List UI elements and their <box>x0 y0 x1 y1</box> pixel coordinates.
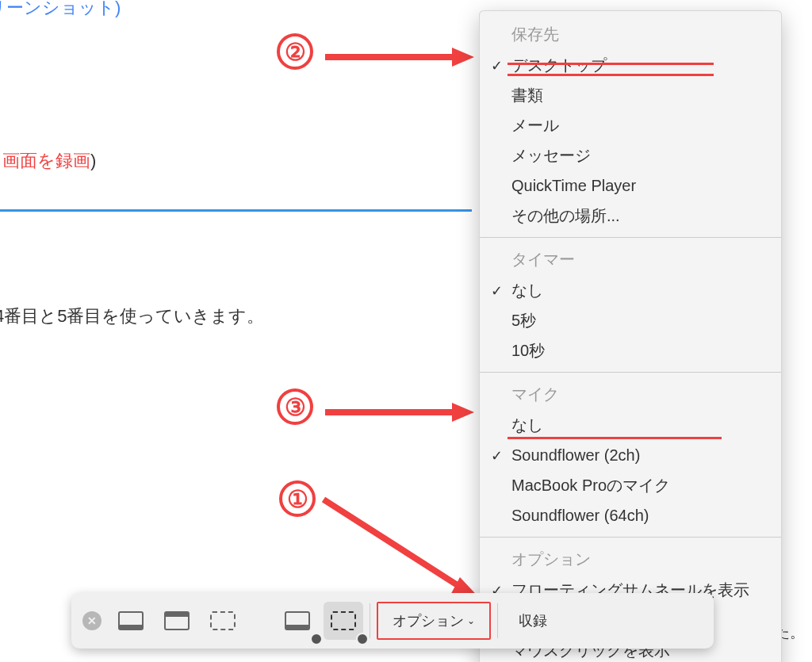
record-selection-button[interactable] <box>324 602 363 640</box>
svg-line-4 <box>324 499 462 588</box>
window-icon <box>164 611 190 630</box>
checkmark-icon: ✓ <box>491 281 503 302</box>
arrow-icon <box>308 484 490 610</box>
menu-item-documents[interactable]: 書類 <box>480 80 781 110</box>
menu-item-mic-soundflower-2ch[interactable]: ✓ Soundflower (2ch) <box>480 440 781 470</box>
close-icon[interactable]: ✕ <box>82 611 102 630</box>
annotation-underline <box>508 437 722 439</box>
annotation-number-3: ③ <box>277 388 313 425</box>
menu-separator <box>480 537 781 538</box>
menu-section-options: オプション <box>480 544 781 575</box>
bg-article-text: に画面を録画) <box>0 149 96 173</box>
bg-article-text: ら4番目と5番目を使っていきます。 <box>0 304 264 328</box>
record-dot-icon <box>356 633 369 645</box>
menu-separator <box>480 372 781 373</box>
menu-item-timer-5s[interactable]: 5秒 <box>480 305 781 335</box>
menu-item-other-location[interactable]: その他の場所... <box>480 201 781 231</box>
arrow-icon <box>325 400 476 425</box>
menu-item-mic-soundflower-64ch[interactable]: Soundflower (64ch) <box>480 500 781 530</box>
menu-item-quicktime[interactable]: QuickTime Player <box>480 170 781 201</box>
checkmark-icon: ✓ <box>491 446 503 467</box>
menu-separator <box>480 237 781 238</box>
record-selection-icon <box>331 611 356 630</box>
capture-selection-button[interactable] <box>203 602 243 640</box>
record-button[interactable]: 収録 <box>504 602 561 640</box>
options-menu: 保存先 ✓ デスクトップ 書類 メール メッセージ QuickTime Play… <box>479 10 782 662</box>
menu-item-mic-none[interactable]: なし <box>480 410 781 440</box>
toolbar-separator <box>497 603 498 638</box>
toolbar-separator <box>370 603 370 638</box>
capture-window-button[interactable] <box>157 602 197 640</box>
menu-section-mic: マイク <box>480 379 781 410</box>
record-full-icon <box>285 611 310 630</box>
arrow-icon <box>325 44 476 70</box>
options-button-label: オプション <box>393 611 464 630</box>
menu-item-timer-none[interactable]: ✓ なし <box>480 275 781 305</box>
svg-marker-1 <box>452 48 474 67</box>
chevron-down-icon: ⌄ <box>467 615 475 626</box>
record-dot-icon <box>310 633 323 645</box>
menu-item-timer-10s[interactable]: 10秒 <box>480 335 781 365</box>
screenshot-toolbar: ✕ オプション ⌄ 収録 <box>71 593 714 649</box>
annotation-underline <box>508 74 714 76</box>
record-button-label: 収録 <box>519 611 547 630</box>
svg-marker-3 <box>452 403 474 422</box>
bg-article-text: クリーンショット) <box>0 0 121 20</box>
menu-item-mic-macbookpro[interactable]: MacBook Proのマイク <box>480 470 781 500</box>
menu-item-messages[interactable]: メッセージ <box>480 140 781 170</box>
annotation-number-2: ② <box>277 33 313 70</box>
divider-line <box>0 209 472 212</box>
options-button[interactable]: オプション ⌄ <box>377 602 491 640</box>
screen-full-icon <box>118 611 144 630</box>
capture-entire-screen-button[interactable] <box>111 602 151 640</box>
checkmark-icon: ✓ <box>491 55 503 77</box>
menu-section-save: 保存先 <box>480 19 781 50</box>
record-entire-screen-button[interactable] <box>278 602 317 640</box>
menu-section-timer: タイマー <box>480 244 781 275</box>
menu-item-mail[interactable]: メール <box>480 110 781 140</box>
selection-icon <box>210 611 236 630</box>
